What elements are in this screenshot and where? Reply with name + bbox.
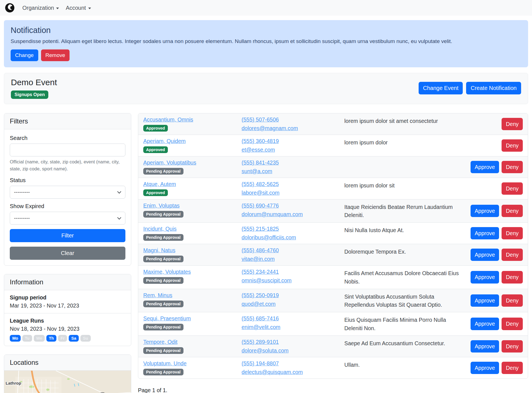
official-email-link[interactable]: dolorum@numquam.com bbox=[242, 211, 303, 218]
official-email-link[interactable]: enim@velit.com bbox=[242, 324, 280, 330]
official-name-link[interactable]: Maxime, Voluptates bbox=[143, 269, 191, 275]
official-notes: lorem ipsum dolor sit bbox=[344, 181, 502, 190]
official-contact-cell: (555) 194-8807 delectus@quisquam.com bbox=[242, 360, 344, 375]
deny-button[interactable]: Deny bbox=[502, 205, 523, 217]
approve-button[interactable]: Approve bbox=[471, 227, 499, 239]
change-button[interactable]: Change bbox=[11, 49, 38, 61]
official-notes bbox=[344, 159, 471, 160]
nav-organization[interactable]: Organization bbox=[19, 3, 62, 13]
approve-button[interactable]: Approve bbox=[471, 362, 499, 374]
official-name-link[interactable]: Tempore, Odit bbox=[143, 339, 177, 345]
status-badge: Pending Approval bbox=[143, 277, 183, 284]
league-runs-heading: League Runs bbox=[10, 318, 125, 324]
create-notification-button[interactable]: Create Notification bbox=[466, 82, 521, 94]
official-name-cell: Aperiam, Quidem Approved bbox=[143, 138, 242, 153]
official-row: Maxime, Voluptates Pending Approval (555… bbox=[138, 266, 528, 289]
official-name-link[interactable]: Atque, Autem bbox=[143, 181, 176, 187]
search-input[interactable] bbox=[10, 144, 125, 156]
deny-button[interactable]: Deny bbox=[502, 139, 523, 152]
approve-button[interactable]: Approve bbox=[471, 318, 499, 330]
approve-button[interactable]: Approve bbox=[471, 271, 499, 283]
official-email-link[interactable]: vitae@in.com bbox=[242, 256, 275, 262]
official-name-link[interactable]: Aperiam, Quidem bbox=[143, 138, 186, 144]
official-email-link[interactable]: labore@sit.com bbox=[242, 190, 280, 196]
official-phone-link[interactable]: (555) 507-6506 bbox=[242, 116, 279, 123]
official-email-link[interactable]: omnis@suscipit.com bbox=[242, 277, 292, 284]
approve-button[interactable]: Approve bbox=[471, 161, 499, 173]
official-name-link[interactable]: Rem, Minus bbox=[143, 292, 172, 299]
official-row: Aperiam, Voluptatibus Pending Approval (… bbox=[138, 156, 528, 178]
official-phone-link[interactable]: (555) 486-4760 bbox=[242, 247, 279, 254]
deny-button[interactable]: Deny bbox=[502, 249, 523, 261]
filter-button[interactable]: Filter bbox=[10, 229, 125, 242]
official-name-link[interactable]: Sequi, Praesentium bbox=[143, 315, 191, 322]
deny-button[interactable]: Deny bbox=[502, 118, 523, 130]
official-contact-cell: (555) 250-0919 quod@et.com bbox=[242, 292, 344, 307]
official-phone-link[interactable]: (555) 360-4819 bbox=[242, 138, 279, 144]
deny-button[interactable]: Deny bbox=[502, 227, 523, 239]
approve-button[interactable]: Approve bbox=[471, 340, 499, 352]
official-email-link[interactable]: quod@et.com bbox=[242, 301, 276, 307]
official-name-link[interactable]: Aperiam, Voluptatibus bbox=[143, 159, 196, 166]
navbar: Organization Account bbox=[0, 0, 532, 16]
change-event-button[interactable]: Change Event bbox=[419, 82, 463, 94]
official-phone-link[interactable]: (555) 194-8807 bbox=[242, 360, 279, 367]
official-email-link[interactable]: et@esse.com bbox=[242, 147, 275, 153]
official-phone-link[interactable]: (555) 250-0919 bbox=[242, 292, 279, 299]
official-phone-link[interactable]: (555) 482-5625 bbox=[242, 181, 279, 187]
approve-button[interactable]: Approve bbox=[471, 294, 499, 307]
map[interactable]: 120 120 120 99 108 219 Lathrop Manteca R… bbox=[4, 371, 131, 393]
show-expired-select[interactable]: --------- bbox=[10, 212, 125, 225]
official-name-link[interactable]: Incidunt, Quis bbox=[143, 226, 176, 232]
official-phone-link[interactable]: (555) 685-7416 bbox=[242, 315, 279, 322]
deny-button[interactable]: Deny bbox=[502, 362, 523, 374]
approve-button[interactable]: Approve bbox=[471, 205, 499, 217]
official-notes: Nisi Nulla Iusto Atque At. bbox=[344, 226, 471, 234]
official-contact-cell: (555) 289-9101 dolore@soluta.com bbox=[242, 339, 344, 354]
official-email-link[interactable]: sunt@a.com bbox=[242, 168, 272, 175]
official-email-link[interactable]: dolores@magnam.com bbox=[242, 125, 298, 132]
officials-card: Accusantium, Omnis Approved (555) 507-65… bbox=[138, 113, 528, 379]
chevron-down-icon bbox=[88, 8, 91, 9]
official-name-cell: Sequi, Praesentium Pending Approval bbox=[143, 315, 242, 330]
deny-button[interactable]: Deny bbox=[502, 271, 523, 283]
official-name-link[interactable]: Enim, Voluptas bbox=[143, 203, 180, 209]
official-name-link[interactable]: Magni, Natus bbox=[143, 247, 175, 254]
brand-logo[interactable] bbox=[4, 3, 15, 13]
show-expired-select-wrap: --------- bbox=[10, 212, 125, 225]
nav-account[interactable]: Account bbox=[62, 3, 94, 13]
official-name-cell: Magni, Natus Pending Approval bbox=[143, 247, 242, 262]
official-phone-link[interactable]: (555) 234-2441 bbox=[242, 269, 279, 275]
status-select[interactable]: --------- bbox=[10, 186, 125, 199]
deny-button[interactable]: Deny bbox=[502, 161, 523, 173]
official-notes: Saepe Ad Eum Accusantium Consectetur. bbox=[344, 339, 471, 347]
page-container: Notification Suspendisse potenti. Aliqua… bbox=[0, 20, 532, 393]
official-email-link[interactable]: delectus@quisquam.com bbox=[242, 369, 303, 375]
official-name-link[interactable]: Voluptatum, Unde bbox=[143, 360, 187, 367]
official-name-link[interactable]: Accusantium, Omnis bbox=[143, 116, 193, 123]
official-email-link[interactable]: dolore@soluta.com bbox=[242, 347, 288, 354]
clear-button[interactable]: Clear bbox=[10, 247, 125, 260]
remove-button[interactable]: Remove bbox=[41, 49, 70, 61]
official-phone-link[interactable]: (555) 841-4235 bbox=[242, 159, 279, 166]
official-actions: ApproveDeny bbox=[471, 205, 523, 217]
filters-card: Filters Search Official (name, city, sta… bbox=[4, 113, 131, 266]
official-phone-link[interactable]: (555) 215-1825 bbox=[242, 226, 279, 232]
information-card-header: Information bbox=[4, 274, 131, 290]
official-actions: Deny bbox=[502, 182, 523, 195]
official-row: Magni, Natus Pending Approval (555) 486-… bbox=[138, 244, 528, 266]
official-phone-link[interactable]: (555) 289-9101 bbox=[242, 339, 279, 345]
status-badge: Pending Approval bbox=[143, 347, 183, 354]
deny-button[interactable]: Deny bbox=[502, 294, 523, 307]
deny-button[interactable]: Deny bbox=[502, 182, 523, 195]
approve-button[interactable]: Approve bbox=[471, 249, 499, 261]
information-card: Information Signup period Mar 19, 2023 -… bbox=[4, 274, 131, 346]
event-info: Demo Event Signups Open bbox=[11, 78, 57, 99]
deny-button[interactable]: Deny bbox=[502, 340, 523, 352]
official-contact-cell: (555) 841-4235 sunt@a.com bbox=[242, 159, 344, 175]
status-badge: Pending Approval bbox=[143, 324, 183, 330]
official-phone-link[interactable]: (555) 690-4776 bbox=[242, 203, 279, 209]
official-email-link[interactable]: doloribus@officiis.com bbox=[242, 234, 296, 241]
deny-button[interactable]: Deny bbox=[502, 318, 523, 330]
official-contact-cell: (555) 215-1825 doloribus@officiis.com bbox=[242, 226, 344, 241]
